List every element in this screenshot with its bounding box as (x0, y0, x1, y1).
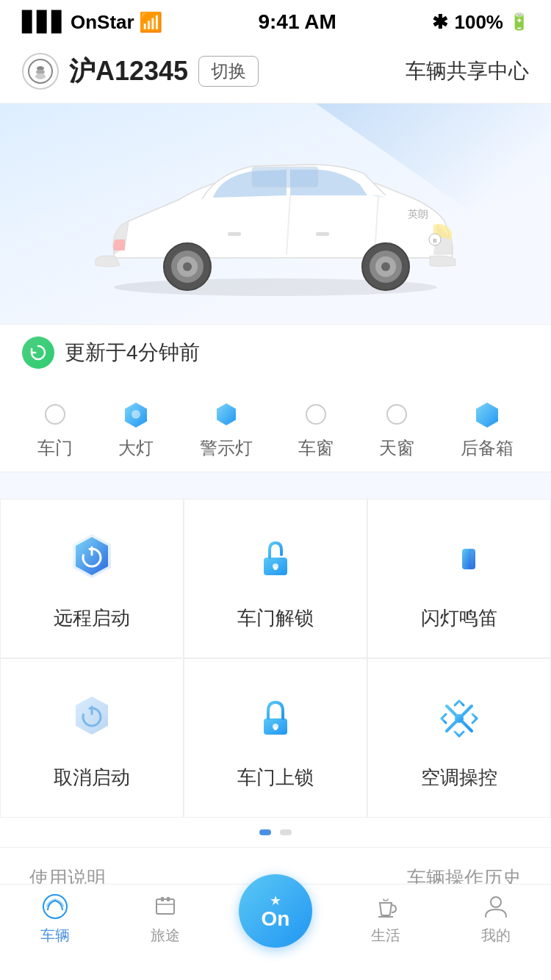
indicator-door[interactable]: 车门 (37, 401, 73, 460)
hazard-indicator-label: 警示灯 (200, 436, 253, 460)
vehicle-tab-label: 车辆 (40, 926, 70, 945)
wifi-icon: 📶 (139, 11, 162, 34)
switch-button[interactable]: 切换 (198, 56, 259, 87)
svg-point-3 (35, 73, 46, 79)
status-indicators: 车门 大灯 (0, 381, 551, 472)
tab-life[interactable]: 生活 (331, 892, 441, 965)
update-text: 更新于4分钟前 (65, 339, 200, 367)
trunk-indicator-label: 后备箱 (461, 436, 514, 460)
page-dot-1[interactable] (259, 829, 271, 835)
status-right: ✱ 100% 🔋 (432, 11, 529, 34)
door-lock-button[interactable]: 车门上锁 (184, 658, 367, 818)
tab-trip[interactable]: 旅途 (110, 892, 220, 965)
indicator-trunk[interactable]: 后备箱 (461, 401, 514, 460)
svg-marker-36 (76, 696, 108, 735)
tab-vehicle[interactable]: 车辆 (0, 892, 110, 965)
svg-rect-19 (228, 232, 241, 236)
car-plate: 沪A12345 (69, 54, 188, 90)
battery-icon: 🔋 (509, 12, 529, 32)
cancel-start-label: 取消启动 (54, 765, 130, 790)
svg-point-22 (132, 410, 140, 419)
mine-tab-label: 我的 (481, 926, 511, 945)
indicator-window[interactable]: 车窗 (298, 401, 334, 460)
on-button[interactable]: ★ On (239, 874, 312, 948)
svg-rect-20 (252, 167, 318, 187)
window-indicator-label: 车窗 (298, 436, 334, 460)
headlight-indicator-label: 大灯 (118, 436, 154, 460)
vehicle-share-center[interactable]: 车辆共享中心 (406, 57, 529, 85)
on-label: On (262, 909, 290, 929)
trip-tab-icon (151, 892, 180, 921)
svg-marker-23 (217, 403, 236, 425)
ac-control-button[interactable]: 空调操控 (367, 658, 551, 818)
life-tab-icon (371, 892, 400, 921)
flash-horn-label: 闪灯鸣笛 (421, 605, 497, 631)
on-star: ★ (270, 893, 281, 909)
tab-on-center[interactable]: ★ On (220, 874, 331, 948)
trunk-indicator-icon (474, 401, 500, 428)
time-label: 9:41 AM (258, 10, 336, 34)
header-left: 沪A12345 切换 (22, 53, 406, 90)
tab-bar: 车辆 旅途 ★ On 生活 (0, 884, 551, 980)
svg-point-61 (491, 897, 501, 907)
svg-rect-31 (274, 566, 277, 570)
buick-logo (22, 53, 59, 90)
battery-label: 100% (454, 11, 503, 34)
header: 沪A12345 切换 车辆共享中心 (0, 40, 551, 104)
refresh-icon[interactable] (22, 336, 54, 369)
svg-rect-56 (156, 899, 174, 914)
pagination (0, 818, 551, 847)
indicator-sunroof[interactable]: 天窗 (379, 401, 414, 460)
status-left: ▋▋▋ OnStar 📶 (22, 11, 162, 34)
svg-text:B: B (433, 237, 436, 244)
svg-rect-57 (161, 897, 164, 901)
bluetooth-icon: ✱ (432, 11, 448, 34)
remote-start-label: 远程启动 (54, 605, 130, 631)
svg-point-54 (455, 714, 464, 723)
tab-mine[interactable]: 我的 (441, 892, 551, 965)
mine-tab-icon (481, 892, 511, 921)
status-bar: ▋▋▋ OnStar 📶 9:41 AM ✱ 100% 🔋 (0, 0, 551, 40)
svg-rect-41 (274, 727, 277, 730)
vehicle-tab-icon (40, 892, 70, 921)
action-grid: 远程启动 车门解锁 (0, 499, 551, 818)
indicator-hazard[interactable]: 警示灯 (200, 401, 253, 460)
svg-point-10 (381, 262, 390, 271)
flash-horn-icon (426, 526, 492, 592)
door-lock-label: 车门上锁 (237, 765, 314, 790)
door-unlock-icon (242, 526, 309, 592)
door-unlock-button[interactable]: 车门解锁 (184, 499, 367, 658)
door-lock-icon (242, 685, 309, 752)
svg-rect-58 (167, 897, 170, 901)
door-unlock-label: 车门解锁 (237, 605, 314, 631)
cancel-start-button[interactable]: 取消启动 (0, 658, 184, 818)
svg-point-14 (183, 262, 192, 271)
window-indicator-icon (303, 401, 329, 428)
door-indicator-label: 车门 (37, 436, 73, 460)
ac-control-icon (426, 685, 492, 752)
flash-horn-button[interactable]: 闪灯鸣笛 (367, 499, 551, 658)
svg-text:英朗: 英朗 (408, 208, 428, 220)
svg-rect-18 (316, 232, 329, 236)
life-tab-label: 生活 (371, 926, 400, 945)
remote-start-icon (59, 526, 125, 592)
remote-start-button[interactable]: 远程启动 (0, 499, 184, 658)
cancel-start-icon (59, 685, 125, 752)
carrier-label: OnStar (71, 11, 134, 34)
trip-tab-label: 旅途 (151, 926, 180, 945)
sunroof-indicator-label: 天窗 (379, 436, 414, 460)
hero-section: B 英朗 (0, 104, 551, 324)
signal-icon: ▋▋▋ (22, 11, 66, 34)
svg-marker-24 (476, 403, 498, 428)
headlight-indicator-icon (123, 401, 149, 428)
door-indicator-icon (42, 401, 68, 428)
hazard-indicator-icon (213, 401, 240, 428)
indicator-headlight[interactable]: 大灯 (118, 401, 154, 460)
ac-control-label: 空调操控 (421, 765, 497, 790)
page-dot-2[interactable] (280, 829, 292, 835)
sunroof-indicator-icon (383, 401, 410, 428)
update-status-bar: 更新于4分钟前 (0, 324, 551, 381)
